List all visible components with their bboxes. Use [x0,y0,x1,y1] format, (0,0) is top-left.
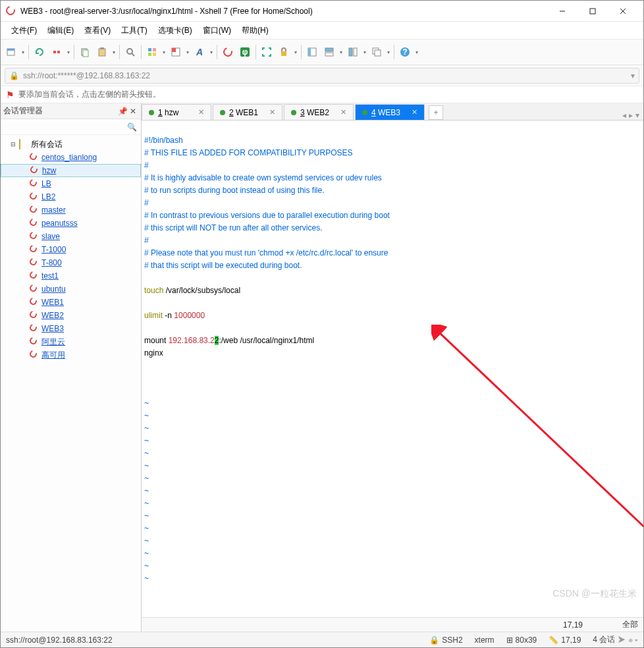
dropdown-icon[interactable]: ▾ [386,44,391,60]
title-bar: WEB3 - root@real-server-3:/usr/local/ngi… [1,1,643,22]
tree-item-WEB3[interactable]: WEB3 [1,322,141,335]
close-tab-icon[interactable]: ✕ [198,108,204,117]
tree-item-WEB1[interactable]: WEB1 [1,296,141,309]
tree-item-ubuntu[interactable]: ubuntu [1,283,141,296]
session-icon [30,337,39,346]
tree-item-slave[interactable]: slave [1,230,141,243]
dropdown-icon[interactable]: ▾ [66,44,71,60]
dropdown-icon[interactable]: ▾ [293,44,298,60]
ruler-icon: 📏 [549,635,558,645]
fullscreen-icon[interactable] [259,44,275,60]
session-icon [30,219,39,228]
paste-icon[interactable] [94,44,110,60]
status-term: xterm [475,635,495,645]
tree-item-test1[interactable]: test1 [1,269,141,283]
color-icon[interactable] [168,44,184,60]
panel-search[interactable]: 🔍 [1,119,141,135]
svg-text:φ: φ [242,47,248,57]
menu-view[interactable]: 查看(V) [79,22,116,39]
tab-WEB2[interactable]: 3 WEB2✕ [284,104,354,120]
cursor-pos: 17,19 [563,620,583,630]
tree-item-centos_tianlong[interactable]: centos_tianlong [1,151,141,164]
tree-item-hzw[interactable]: hzw [1,164,141,177]
tile-v-icon[interactable] [345,44,361,60]
session-icon [30,311,39,320]
address-text: ssh://root:******@192.168.83.163:22 [23,71,150,80]
tab-next-icon[interactable]: ▸ [629,111,633,120]
dropdown-icon[interactable]: ▾ [185,44,190,60]
tree-item-LB[interactable]: LB [1,177,141,190]
tree-item-LB2[interactable]: LB2 [1,190,141,203]
address-input[interactable]: 🔒 ssh://root:******@192.168.83.163:22 ▾ [5,68,639,84]
status-dot-icon [149,110,154,115]
close-panel-icon[interactable]: ✕ [128,106,138,117]
sidebar-icon[interactable] [304,44,320,60]
close-tab-icon[interactable]: ✕ [340,108,346,117]
cascade-icon[interactable] [369,44,385,60]
menu-file[interactable]: 文件(F) [6,22,42,39]
vim-status-row: 17,19 全部 [142,617,643,632]
status-bar: ssh://root@192.168.83.163:22 🔒SSH2 xterm… [1,632,643,647]
minimize-button[interactable] [547,2,577,20]
tab-prev-icon[interactable]: ◂ [622,111,626,120]
tree-item-WEB2[interactable]: WEB2 [1,309,141,322]
session-icon [30,166,40,175]
dropdown-icon[interactable]: ▾ [414,44,419,60]
session-panel: 会话管理器 📌 ✕ 🔍 ⊟ 所有会话 centos_tianlonghzwLBL… [1,103,142,632]
tree-item-T-800[interactable]: T-800 [1,256,141,269]
xshell-icon[interactable] [220,44,236,60]
reconnect-icon[interactable] [32,44,47,60]
session-icon [30,350,39,360]
close-tab-icon[interactable]: ✕ [412,108,417,117]
dropdown-icon[interactable]: ▾ [20,44,26,60]
menu-window[interactable]: 窗口(W) [198,22,236,39]
menu-tab[interactable]: 选项卡(B) [153,22,198,39]
session-icon [30,284,39,294]
tree-item-T-1000[interactable]: T-1000 [1,243,141,256]
font-icon[interactable]: A [192,44,207,60]
menu-edit[interactable]: 编辑(E) [42,22,79,39]
dropdown-icon[interactable]: ▾ [209,44,214,60]
disconnect-icon[interactable] [49,44,65,60]
dropdown-icon[interactable]: ▾ [362,44,367,60]
pin-icon[interactable]: 📌 [117,106,128,117]
tab-menu-icon[interactable]: ▾ [635,111,639,120]
layout-icon[interactable] [144,44,160,60]
vim-mode: 全部 [622,619,638,630]
tile-h-icon[interactable] [321,44,337,60]
close-tab-icon[interactable]: ✕ [269,108,275,117]
window-title: WEB3 - root@real-server-3:/usr/local/ngi… [20,7,547,16]
collapse-icon[interactable]: ⊟ [10,141,16,148]
tab-WEB1[interactable]: 2 WEB1✕ [213,104,282,120]
tab-WEB3[interactable]: 4 WEB3✕ [355,104,425,120]
session-icon [30,258,39,267]
lock-icon[interactable] [276,44,292,60]
copy-icon[interactable] [77,44,93,60]
tree-item-阿里云[interactable]: 阿里云 [1,335,141,348]
tree-root[interactable]: ⊟ 所有会话 [1,138,141,151]
close-button[interactable] [608,2,638,20]
new-session-icon[interactable] [3,44,19,60]
maximize-button[interactable] [577,2,608,20]
hint-text: 要添加当前会话，点击左侧的箭头按钮。 [18,89,161,100]
menu-tools[interactable]: 工具(T) [116,22,152,39]
app-icon [6,6,16,16]
dropdown-icon[interactable]: ▾ [161,44,167,60]
help-icon[interactable]: ? [397,44,413,60]
tree-item-peanutsss[interactable]: peanutsss [1,217,141,230]
xftp-icon[interactable]: φ [237,44,253,60]
new-tab-button[interactable]: + [429,105,443,120]
tab-bar: 1 hzw✕2 WEB1✕3 WEB2✕4 WEB3✕ + ◂ ▸ ▾ [142,103,643,121]
dropdown-icon[interactable]: ▾ [338,44,344,60]
svg-rect-7 [57,51,60,53]
search-icon[interactable] [122,44,138,60]
svg-text:?: ? [402,47,407,57]
hint-bar: ⚑ 要添加当前会话，点击左侧的箭头按钮。 [1,86,643,103]
menu-help[interactable]: 帮助(H) [236,22,274,39]
tree-item-高可用[interactable]: 高可用 [1,348,141,362]
tree-item-master[interactable]: master [1,203,141,217]
chevron-down-icon[interactable]: ▾ [631,71,635,80]
tab-hzw[interactable]: 1 hzw✕ [142,104,211,120]
dropdown-icon[interactable]: ▾ [111,44,117,60]
terminal[interactable]: #!/bin/bash # THIS FILE IS ADDED FOR COM… [142,121,643,617]
